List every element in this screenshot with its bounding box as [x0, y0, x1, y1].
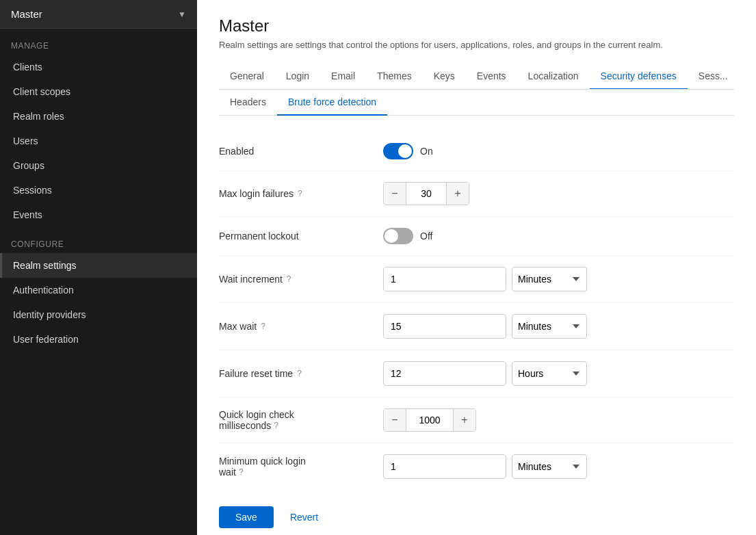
sidebar: Master ▼ Manage Clients Client scopes Re… — [0, 0, 197, 535]
sidebar-manage-section: Manage Clients Client scopes Realm roles… — [0, 29, 197, 227]
quick-login-check-row: Quick login check milliseconds ? − + — [219, 397, 734, 443]
page-title: Master — [219, 16, 734, 36]
quick-login-check-help-icon[interactable]: ? — [274, 421, 278, 430]
failure-reset-time-label: Failure reset time ? — [219, 368, 383, 379]
wait-increment-input[interactable] — [383, 267, 506, 291]
quick-login-check-label: Quick login check milliseconds ? — [219, 409, 383, 431]
wait-increment-control: Seconds Minutes Hours Days — [383, 267, 587, 291]
brute-force-form: Enabled On Max login failures ? − — [219, 132, 734, 490]
min-quick-login-wait-label: Minimum quick login wait ? — [219, 456, 383, 478]
form-actions: Save Revert — [219, 490, 734, 528]
configure-section-label: Configure — [0, 227, 197, 253]
enabled-toggle[interactable] — [383, 143, 413, 159]
max-login-failures-stepper: − + — [383, 182, 469, 205]
max-login-failures-label: Max login failures ? — [219, 188, 383, 199]
sidebar-item-authentication[interactable]: Authentication — [0, 278, 197, 302]
wait-increment-label: Wait increment ? — [219, 274, 383, 285]
max-login-failures-input[interactable] — [406, 183, 447, 205]
enabled-control: On — [383, 143, 433, 159]
sidebar-item-user-federation[interactable]: User federation — [0, 327, 197, 352]
page-subtitle: Realm settings are settings that control… — [219, 40, 734, 50]
tab-events[interactable]: Events — [466, 64, 517, 90]
permanent-lockout-state: Off — [420, 231, 432, 242]
tab-general[interactable]: General — [219, 64, 275, 90]
tab-sessions[interactable]: Sess... — [688, 64, 734, 90]
min-quick-login-wait-help-icon[interactable]: ? — [239, 467, 244, 477]
tab-security-defenses[interactable]: Security defenses — [590, 64, 688, 90]
revert-button[interactable]: Revert — [282, 506, 326, 528]
failure-reset-time-control: Seconds Minutes Hours Days — [383, 361, 587, 386]
permanent-lockout-toggle[interactable] — [383, 228, 413, 244]
quick-login-check-increment[interactable]: + — [454, 409, 475, 431]
quick-login-check-decrement[interactable]: − — [384, 409, 406, 431]
sidebar-configure-section: Configure Realm settings Authentication … — [0, 227, 197, 352]
sidebar-item-users[interactable]: Users — [0, 129, 197, 153]
max-wait-help-icon[interactable]: ? — [261, 322, 265, 331]
max-wait-control: Seconds Minutes Hours Days — [383, 314, 587, 339]
tab-keys[interactable]: Keys — [423, 64, 466, 90]
sidebar-item-identity-providers[interactable]: Identity providers — [0, 302, 197, 327]
min-quick-login-wait-control: Seconds Minutes Hours Days — [383, 454, 587, 479]
failure-reset-time-input-group: Seconds Minutes Hours Days — [383, 361, 587, 386]
max-wait-input-group: Seconds Minutes Hours Days — [383, 314, 587, 339]
permanent-lockout-control: Off — [383, 228, 432, 244]
max-login-failures-increment[interactable]: + — [447, 183, 469, 205]
max-login-failures-row: Max login failures ? − + — [219, 171, 734, 217]
enabled-row: Enabled On — [219, 132, 734, 171]
max-login-failures-control: − + — [383, 182, 469, 205]
failure-reset-time-help-icon[interactable]: ? — [297, 369, 302, 378]
min-quick-login-wait-unit[interactable]: Seconds Minutes Hours Days — [512, 454, 587, 479]
tab-login[interactable]: Login — [275, 64, 320, 90]
max-wait-row: Max wait ? Seconds Minutes Hours Days — [219, 303, 734, 350]
quick-login-check-control: − + — [383, 408, 476, 432]
failure-reset-time-unit[interactable]: Seconds Minutes Hours Days — [512, 361, 587, 386]
sub-tabs: Headers Brute force detection — [219, 90, 734, 116]
sidebar-item-events[interactable]: Events — [0, 203, 197, 227]
max-wait-unit[interactable]: Seconds Minutes Hours Days — [512, 314, 587, 339]
save-button[interactable]: Save — [219, 506, 274, 528]
enabled-state: On — [420, 146, 433, 157]
sidebar-item-realm-settings[interactable]: Realm settings — [0, 253, 197, 278]
main-panel: Master Realm settings are settings that … — [197, 0, 756, 535]
sidebar-item-groups[interactable]: Groups — [0, 153, 197, 178]
permanent-lockout-knob — [384, 229, 398, 243]
tab-localization[interactable]: Localization — [517, 64, 590, 90]
permanent-lockout-label: Permanent lockout — [219, 231, 383, 242]
failure-reset-time-input[interactable] — [383, 361, 506, 386]
min-quick-login-wait-input[interactable] — [383, 454, 506, 479]
sub-tab-brute-force[interactable]: Brute force detection — [277, 90, 387, 116]
wait-increment-unit[interactable]: Seconds Minutes Hours Days — [512, 267, 587, 291]
max-wait-input[interactable] — [383, 314, 506, 339]
toggle-knob — [398, 144, 412, 158]
max-login-failures-help-icon[interactable]: ? — [298, 189, 302, 198]
tab-themes[interactable]: Themes — [366, 64, 423, 90]
realm-name: Master — [11, 8, 42, 20]
sidebar-item-sessions[interactable]: Sessions — [0, 178, 197, 203]
quick-login-check-input[interactable] — [406, 409, 454, 431]
main-content: Master Realm settings are settings that … — [197, 0, 756, 535]
failure-reset-time-row: Failure reset time ? Seconds Minutes Hou… — [219, 350, 734, 397]
tab-email[interactable]: Email — [320, 64, 366, 90]
sub-tab-headers[interactable]: Headers — [219, 90, 277, 116]
max-wait-label: Max wait ? — [219, 321, 383, 332]
manage-section-label: Manage — [0, 29, 197, 55]
sidebar-item-client-scopes[interactable]: Client scopes — [0, 79, 197, 104]
max-login-failures-decrement[interactable]: − — [384, 183, 406, 205]
min-quick-login-wait-input-group: Seconds Minutes Hours Days — [383, 454, 587, 479]
chevron-down-icon: ▼ — [178, 10, 186, 19]
sidebar-item-realm-roles[interactable]: Realm roles — [0, 104, 197, 129]
quick-login-check-stepper: − + — [383, 408, 476, 432]
min-quick-login-wait-row: Minimum quick login wait ? Seconds Minut… — [219, 443, 734, 490]
sidebar-item-clients[interactable]: Clients — [0, 55, 197, 79]
wait-increment-row: Wait increment ? Seconds Minutes Hours D… — [219, 256, 734, 303]
enabled-label: Enabled — [219, 146, 383, 157]
permanent-lockout-row: Permanent lockout Off — [219, 217, 734, 256]
wait-increment-input-group: Seconds Minutes Hours Days — [383, 267, 587, 291]
realm-selector[interactable]: Master ▼ — [0, 0, 197, 29]
main-tabs: General Login Email Themes Keys Events L… — [219, 64, 734, 90]
wait-increment-help-icon[interactable]: ? — [287, 274, 291, 284]
